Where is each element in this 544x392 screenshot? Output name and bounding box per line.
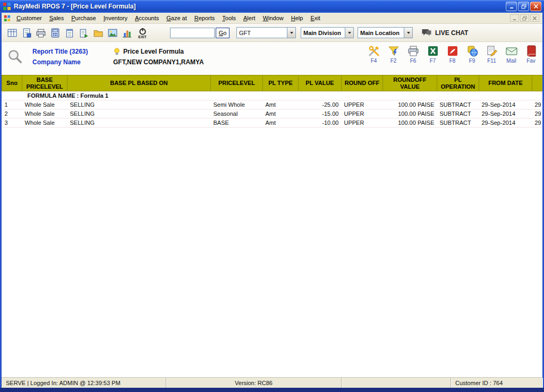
save-document-icon[interactable] — [19, 25, 33, 40]
chevron-down-icon[interactable] — [345, 28, 353, 38]
mdi-minimize-button[interactable] — [510, 14, 519, 22]
cell-clipped: 29 — [532, 118, 543, 127]
menu-bar: Customer Sales Purchase Inventory Accoun… — [2, 13, 542, 24]
cell-from-date: 29-Sep-2014 — [479, 109, 532, 118]
print-shortcut[interactable]: F6 — [404, 45, 422, 64]
menu-item-reports[interactable]: Reports — [191, 13, 219, 23]
col-from-date: FROM DATE — [479, 75, 532, 91]
price-level-table: Sno BASE PRICELEVEL BASE PL BASED ON PRI… — [2, 75, 542, 127]
col-pl-operation: PL OPERATION — [437, 75, 479, 91]
cell-round-off: UPPER — [342, 109, 383, 118]
cell-pl-operation: SUBTRACT — [437, 109, 479, 118]
menu-item-alert[interactable]: Alert — [240, 13, 259, 23]
menu-item-help[interactable]: Help — [287, 13, 307, 23]
menu-item-purchase[interactable]: Purchase — [67, 13, 99, 23]
col-pl-type: PL TYPE — [263, 75, 299, 91]
mdi-child-icon — [4, 15, 11, 22]
company-name-value: GFT,NEW COMPANY1,RAMYA — [113, 58, 204, 66]
cell-pricelevel: BASE — [211, 118, 263, 127]
open-folder-icon[interactable] — [91, 25, 105, 40]
report-title-label: Report Title (3263) — [32, 48, 113, 55]
location-combobox[interactable]: Main Location — [358, 27, 413, 38]
cell-pl-type: Amt — [263, 118, 299, 127]
cell-sno: 3 — [2, 118, 22, 127]
cell-round-off: UPPER — [342, 100, 383, 109]
table-row[interactable]: 2 Whole Sale SELLING Seasonal Amt -15.00… — [2, 109, 543, 118]
notepad-forward-icon[interactable] — [76, 25, 91, 40]
app-logo-icon — [3, 2, 11, 11]
group-row: FORMULA NAME : Formula 1 — [2, 91, 543, 100]
filter-shortcut[interactable]: F2 — [384, 45, 403, 64]
table-row[interactable]: 3 Whole Sale SELLING BASE Amt -10.00 UPP… — [2, 118, 543, 127]
status-logged-in: SERVE | Logged In: ADMIN @ 12:39:53 PM — [2, 378, 166, 388]
settings-shortcut[interactable]: F4 — [364, 45, 383, 64]
exit-power-button[interactable]: EXIT — [134, 25, 151, 41]
minimize-button[interactable] — [506, 2, 517, 11]
cell-pl-type: Amt — [263, 100, 299, 109]
group-label: FORMULA NAME : Formula 1 — [2, 91, 543, 100]
report-header: Report Title (3263) Price Level Formula … — [2, 42, 542, 75]
menu-item-gaze-at[interactable]: Gaze at — [163, 13, 191, 23]
division-combobox-value: Main Division — [301, 30, 345, 36]
menu-item-accounts[interactable]: Accounts — [131, 13, 163, 23]
menu-item-tools[interactable]: Tools — [218, 13, 240, 23]
go-button[interactable]: Go — [216, 28, 230, 38]
keypad-icon[interactable] — [48, 25, 62, 40]
company-combobox[interactable]: GFT — [236, 27, 296, 38]
edit-shortcut[interactable]: F11 — [482, 45, 501, 64]
report-title-value: Price Level Formula — [113, 47, 204, 56]
menu-item-inventory[interactable]: Inventory — [100, 13, 131, 23]
company-combobox-value: GFT — [237, 30, 287, 36]
live-chat-button[interactable]: LIVE CHAT — [421, 28, 468, 37]
edit-icon — [486, 45, 498, 57]
favorite-shortcut[interactable]: Fav — [522, 45, 540, 64]
notepad-icon[interactable] — [62, 25, 76, 40]
cell-pl-value: -10.00 — [299, 118, 342, 127]
cell-round-off: UPPER — [342, 118, 383, 127]
web-export-shortcut[interactable]: F9 — [463, 45, 481, 64]
filter-icon — [387, 45, 400, 57]
menu-item-exit[interactable]: Exit — [307, 13, 324, 23]
title-bar: RayMedi RPOS 7 - [Price Level Formula] — [0, 0, 544, 13]
menu-item-window[interactable]: Window — [259, 13, 287, 23]
restore-button[interactable] — [518, 2, 529, 11]
exit-label: EXIT — [138, 35, 147, 39]
cell-clipped: 29 — [532, 109, 543, 118]
mdi-close-button[interactable] — [530, 14, 539, 22]
division-combobox[interactable]: Main Division — [301, 27, 354, 38]
close-button[interactable] — [530, 2, 541, 11]
col-sno: Sno — [2, 75, 22, 91]
chevron-down-icon[interactable] — [404, 28, 412, 38]
search-input[interactable] — [170, 28, 215, 38]
globe-export-icon — [466, 45, 479, 57]
image-icon[interactable] — [105, 25, 120, 40]
cell-from-date: 29-Sep-2014 — [479, 100, 532, 109]
table-row[interactable]: 1 Whole Sale SELLING Semi Whole Amt -25.… — [2, 100, 543, 109]
menu-item-sales[interactable]: Sales — [46, 13, 68, 23]
report-meta: Report Title (3263) Price Level Formula … — [32, 47, 204, 66]
pdf-icon — [446, 45, 459, 57]
bulb-icon — [113, 47, 121, 56]
cell-from-date: 29-Sep-2014 — [479, 118, 532, 127]
company-name-label: Company Name — [32, 58, 113, 66]
cell-roundoff-value: 100.00 PAISE — [383, 100, 437, 109]
favorite-book-icon — [525, 45, 538, 57]
col-round-off: ROUND OFF — [342, 75, 383, 91]
mdi-restore-button[interactable] — [520, 14, 529, 22]
magnifier-icon[interactable] — [7, 48, 23, 64]
report-grid-icon[interactable] — [5, 25, 19, 40]
pdf-export-shortcut[interactable]: F8 — [443, 45, 462, 64]
excel-export-shortcut[interactable]: F7 — [423, 45, 442, 64]
cell-pl-value: -25.00 — [299, 100, 342, 109]
cell-pl-type: Amt — [263, 109, 299, 118]
chart-icon[interactable] — [120, 25, 134, 40]
cell-base-pl-based-on: SELLING — [67, 100, 211, 109]
col-roundoff-value: ROUNDOFF VALUE — [383, 75, 437, 91]
chevron-down-icon[interactable] — [287, 28, 295, 38]
toolbar: EXIT Go GFT Main Division Main Location … — [2, 24, 542, 42]
print-icon[interactable] — [33, 25, 48, 40]
menu-item-customer[interactable]: Customer — [13, 13, 46, 23]
mail-shortcut[interactable]: Mail — [502, 45, 521, 64]
status-version: Version: RC86 — [166, 378, 342, 388]
cell-sno: 2 — [2, 109, 22, 118]
